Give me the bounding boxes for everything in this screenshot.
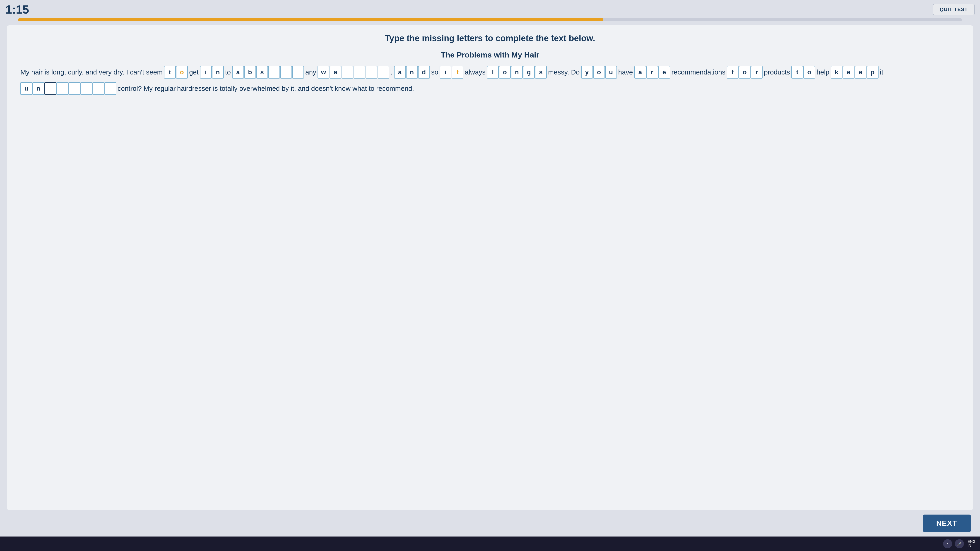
letter-box-s1: s: [256, 66, 268, 79]
taskbar-icon-chevron[interactable]: ∧: [943, 539, 952, 548]
input-un-6[interactable]: [80, 82, 92, 95]
screen: 1:15 QUIT TEST Type the missing letters …: [0, 0, 980, 551]
letter-box-e1: e: [659, 66, 670, 79]
letter-box-p1: p: [867, 66, 878, 79]
letter-box-n3: n: [511, 66, 523, 79]
comma-1: ,: [391, 65, 393, 80]
text-segment-2: get: [189, 65, 199, 80]
main-content: Type the missing letters to complete the…: [7, 25, 973, 510]
text-products: products: [764, 65, 790, 80]
input-un-7[interactable]: [92, 82, 104, 95]
letter-box-k1: k: [831, 66, 843, 79]
letter-box-e2: e: [843, 66, 854, 79]
letter-box-o3: o: [593, 66, 605, 79]
letter-box-n4: n: [32, 82, 44, 95]
text-segment-4: any: [305, 65, 316, 80]
progress-bar-background: [18, 18, 962, 21]
letter-box-i2: i: [440, 66, 451, 79]
input-un-8[interactable]: [104, 82, 116, 95]
instruction-text: Type the missing letters to complete the…: [21, 33, 959, 43]
passage-text: My hair is long, curly, and very dry. I …: [21, 65, 959, 96]
letter-box-a3: a: [394, 66, 406, 79]
letter-box-s1b: s: [535, 66, 547, 79]
lang-badge: ENGIN: [967, 540, 975, 548]
word-are-group: a r e: [635, 66, 670, 79]
top-bar: 1:15 QUIT TEST: [0, 0, 980, 18]
text-segment-1: My hair is long, curly, and very dry. I …: [21, 65, 162, 80]
word-longs-group: l o n g s: [487, 66, 547, 79]
input-un-5[interactable]: [68, 82, 80, 95]
letter-box-n2: n: [406, 66, 418, 79]
letter-box-n1: n: [212, 66, 224, 79]
next-button[interactable]: NEXT: [923, 514, 971, 532]
letter-box-o4: o: [739, 66, 751, 79]
letter-box-r1: r: [646, 66, 658, 79]
letter-box-t3: t: [791, 66, 803, 79]
word-to2-group: t o: [791, 66, 815, 79]
word-and-group: a n d: [394, 66, 430, 79]
progress-bar-fill: [18, 18, 603, 21]
text-segment-12: control? My regular: [118, 81, 176, 96]
letter-box-u2: u: [21, 82, 32, 95]
input-un-4[interactable]: [56, 82, 68, 95]
passage-title: The Problems with My Hair: [21, 51, 959, 59]
taskbar-icon-mic[interactable]: 🎤: [955, 539, 964, 548]
input-abs-5[interactable]: [280, 66, 292, 79]
text-segment-11: it: [880, 65, 883, 80]
letter-box-g1: g: [523, 66, 535, 79]
text-segment-9: recommendations: [671, 65, 725, 80]
letter-box-a1: a: [232, 66, 244, 79]
letter-box-o1: o: [176, 66, 188, 79]
text-segment-6: always: [465, 65, 485, 80]
input-wa-6[interactable]: [377, 66, 389, 79]
letter-box-y1: y: [581, 66, 593, 79]
text-segment-5: so: [431, 65, 439, 80]
word-to-group: t o: [164, 66, 188, 79]
letter-box-f1: f: [727, 66, 738, 79]
text-segment-7: messy. Do: [548, 65, 579, 80]
letter-box-d1: d: [418, 66, 430, 79]
letter-box-a4: a: [635, 66, 646, 79]
progress-bar-container: [0, 18, 980, 21]
taskbar-icons: ∧ 🎤: [943, 539, 964, 548]
letter-box-a2: a: [329, 66, 341, 79]
letter-box-u1: u: [605, 66, 617, 79]
letter-box-t1: t: [164, 66, 176, 79]
word-abs-group: a b s: [232, 66, 304, 79]
text-segment-10: help: [816, 65, 829, 80]
letter-box-r1b: r: [751, 66, 762, 79]
word-in-group: i n: [200, 66, 224, 79]
word-you-group: y o u: [581, 66, 617, 79]
letter-box-o5: o: [803, 66, 815, 79]
letter-box-l1: l: [487, 66, 499, 79]
bottom-bar: NEXT: [0, 510, 980, 537]
input-wa-3[interactable]: [342, 66, 353, 79]
quit-test-button[interactable]: QUIT TEST: [933, 4, 975, 15]
letter-box-b1: b: [244, 66, 256, 79]
word-un-group: u n: [21, 82, 116, 95]
word-it-group: i t: [440, 66, 463, 79]
input-abs-6[interactable]: [292, 66, 304, 79]
letter-box-o2: o: [499, 66, 511, 79]
text-segment-8: have: [618, 65, 633, 80]
taskbar-right: ∧ 🎤 ENGIN: [943, 539, 975, 548]
word-for-group: f o r: [727, 66, 762, 79]
letter-box-i1: i: [200, 66, 212, 79]
input-un-3[interactable]: [45, 82, 56, 95]
letter-box-w1: w: [318, 66, 329, 79]
word-wa-group: w a: [318, 66, 389, 79]
letter-box-t2: t: [452, 66, 463, 79]
text-segment-13: hairdresser is totally overwhelmed by it…: [177, 81, 414, 96]
text-segment-3: to: [225, 65, 231, 80]
taskbar: ∧ 🎤 ENGIN: [0, 537, 980, 551]
input-wa-4[interactable]: [353, 66, 365, 79]
timer-display: 1:15: [5, 3, 29, 16]
letter-box-e3: e: [855, 66, 867, 79]
input-wa-5[interactable]: [366, 66, 377, 79]
input-abs-4[interactable]: [268, 66, 280, 79]
word-keep-group: k e e p: [831, 66, 878, 79]
